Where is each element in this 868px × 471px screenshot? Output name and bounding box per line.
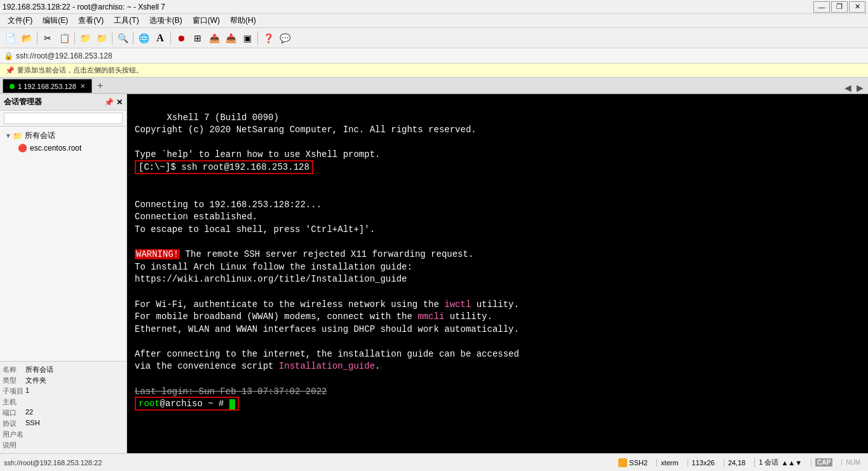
- tree-children: 🔴 esc.centos.root: [3, 142, 124, 154]
- term-cmd-text: [C:\~]$ ssh root@192.168.253.128: [139, 162, 309, 172]
- tb-folder2[interactable]: 📁: [94, 31, 109, 46]
- session-header-title: 会话管理器: [4, 97, 42, 107]
- tree-root-icon: 📁: [13, 132, 22, 140]
- tb-open[interactable]: 📂: [19, 31, 34, 46]
- info-row-name: 名称 所有会话: [3, 364, 124, 375]
- tree-expand-icon[interactable]: ▼: [5, 132, 11, 139]
- info-label-name: 名称: [3, 365, 25, 374]
- info-label-proto: 协议: [3, 419, 25, 428]
- tb-font[interactable]: A: [153, 31, 168, 46]
- info-row-note: 说明: [3, 440, 124, 451]
- status-ssh-icon-seg: SSH2: [614, 458, 651, 467]
- tab-add-button[interactable]: +: [93, 79, 107, 93]
- term-wifi1-post: utility.: [471, 299, 519, 310]
- tb-sep2: [74, 32, 75, 44]
- term-net1: After connecting to the internet, the in…: [135, 349, 519, 359]
- term-warning-label: WARNING!: [135, 249, 180, 259]
- info-value-proto: SSH: [25, 419, 124, 428]
- session-pin-icon[interactable]: 📌: [104, 98, 114, 107]
- session-search-input[interactable]: [4, 113, 123, 124]
- terminal-area[interactable]: Xshell 7 (Build 0090) Copyright (c) 2020…: [127, 94, 868, 453]
- tb-sep5: [170, 32, 171, 44]
- term-wifi1-pre: For Wi-Fi, authenticate to the wireless …: [135, 299, 444, 310]
- tab-nav-prev[interactable]: ◀: [843, 83, 853, 93]
- info-value-port: 22: [25, 408, 124, 418]
- session-header-icons: 📌 ✕: [104, 98, 123, 107]
- info-value-name: 所有会话: [25, 365, 124, 374]
- term-cmd-box: [C:\~]$ ssh root@192.168.253.128: [135, 160, 313, 174]
- status-encoding-seg: xterm: [656, 459, 682, 467]
- session-search-area: [0, 111, 126, 126]
- status-arrow-up[interactable]: ▲: [781, 459, 788, 467]
- toolbar: 📄 📂 ✂ 📋 📁 📁 🔍 🌐 A ⏺ ⊞ 📤 📥 ▣ ❓ 💬: [0, 28, 868, 48]
- status-arrow-down[interactable]: ▼: [795, 459, 802, 467]
- tb-grid[interactable]: ⊞: [190, 31, 205, 46]
- menu-view[interactable]: 查看(V): [73, 14, 109, 27]
- menu-help[interactable]: 帮助(H): [225, 14, 261, 27]
- tb-chat[interactable]: 💬: [277, 31, 292, 46]
- restore-button[interactable]: ❐: [831, 1, 848, 13]
- tb-record[interactable]: ⏺: [173, 31, 189, 46]
- info-value-user: [25, 430, 124, 439]
- term-wifi2-pre: For mobile broadband (WWAN) modems, conn…: [135, 311, 417, 322]
- tab-nav-next[interactable]: ▶: [855, 83, 865, 93]
- status-dimensions-seg: 113x26: [688, 459, 719, 467]
- tree-root-item[interactable]: ▼ 📁 所有会话: [3, 129, 124, 142]
- tab-close-button[interactable]: ✕: [80, 83, 85, 90]
- term-line-copyright: Copyright (c) 2020 NetSarang Computer, I…: [135, 125, 477, 135]
- tb-globe[interactable]: 🌐: [136, 31, 151, 46]
- term-prompt-box: [C:\~]$ ssh root@192.168.253.128: [135, 160, 313, 174]
- menu-bar: 文件(F) 编辑(E) 查看(V) 工具(T) 选项卡(B) 窗口(W) 帮助(…: [0, 14, 868, 28]
- info-row-host: 主机: [3, 397, 124, 407]
- menu-edit[interactable]: 编辑(E): [37, 14, 73, 27]
- status-cap-label: CAP: [815, 458, 832, 467]
- status-connection-text: ssh://root@192.168.253.128:22: [4, 459, 611, 467]
- term-net2-pre: via the convenience script: [135, 361, 279, 371]
- menu-window[interactable]: 窗口(W): [187, 14, 225, 27]
- info-value-host: [25, 397, 124, 407]
- menu-file[interactable]: 文件(F): [3, 14, 37, 27]
- lock-icon: 🔒: [4, 51, 13, 60]
- tb-cut[interactable]: ✂: [40, 31, 55, 46]
- tree-child-item-0[interactable]: 🔴 esc.centos.root: [15, 142, 124, 154]
- address-text[interactable]: ssh://root@192.168.253.128: [16, 51, 864, 60]
- close-button[interactable]: ✕: [849, 1, 865, 13]
- tb-folder[interactable]: 📁: [78, 31, 93, 46]
- info-value-type: 文件夹: [25, 376, 124, 385]
- term-wifi1-cmd: iwctl: [444, 299, 471, 310]
- session-tree: ▼ 📁 所有会话 🔴 esc.centos.root: [0, 126, 126, 361]
- info-label-sub: 子项目: [3, 386, 25, 396]
- session-close-icon[interactable]: ✕: [116, 98, 123, 107]
- info-label-user: 用户名: [3, 430, 25, 439]
- term-line-help: Type `help' to learn how to use Xshell p…: [135, 149, 380, 160]
- tb-sep3: [112, 32, 112, 44]
- info-bar-icon: 📌: [5, 66, 15, 75]
- status-arrow-up2[interactable]: ▲: [788, 459, 795, 467]
- term-root-mid: @archiso ~ #: [160, 399, 229, 409]
- session-panel: 会话管理器 📌 ✕ ▼ 📁 所有会话 🔴 esc.centos.root: [0, 94, 127, 453]
- term-line-xshell: Xshell 7 (Build 0090): [166, 113, 278, 123]
- term-wifi3: Ethernet, WLAN and WWAN interfaces using…: [135, 324, 519, 334]
- session-info: 名称 所有会话 类型 文件夹 子项目 1 主机 端口 22 协议 SSH: [0, 361, 126, 453]
- term-arch2: https://wiki.archlinux.org/title/Install…: [135, 274, 407, 284]
- menu-tools[interactable]: 工具(T): [109, 14, 144, 27]
- tb-upload[interactable]: 📤: [207, 31, 222, 46]
- info-row-user: 用户名: [3, 429, 124, 440]
- tb-terminal[interactable]: ▣: [240, 31, 255, 46]
- tb-download[interactable]: 📥: [223, 31, 238, 46]
- tb-copy[interactable]: 📋: [57, 31, 72, 46]
- info-label-type: 类型: [3, 376, 25, 385]
- minimize-button[interactable]: —: [813, 1, 830, 13]
- terminal-content[interactable]: Xshell 7 (Build 0090) Copyright (c) 2020…: [127, 94, 868, 453]
- tb-help[interactable]: ❓: [261, 31, 276, 46]
- status-dimensions: 113x26: [692, 459, 715, 467]
- menu-tabs[interactable]: 选项卡(B): [144, 14, 187, 27]
- tab-session-1[interactable]: 1 192.168.253.128 ✕: [3, 79, 92, 93]
- status-sessions: 1 会话: [759, 458, 778, 467]
- address-bar: 🔒 ssh://root@192.168.253.128: [0, 48, 868, 64]
- term-net2-post: .: [375, 361, 380, 371]
- tb-new-file[interactable]: 📄: [3, 31, 18, 46]
- tb-search[interactable]: 🔍: [115, 31, 130, 46]
- status-sessions-seg: 1 会话 ▲ ▲ ▼: [754, 458, 806, 467]
- status-num-label: NUM: [846, 459, 860, 466]
